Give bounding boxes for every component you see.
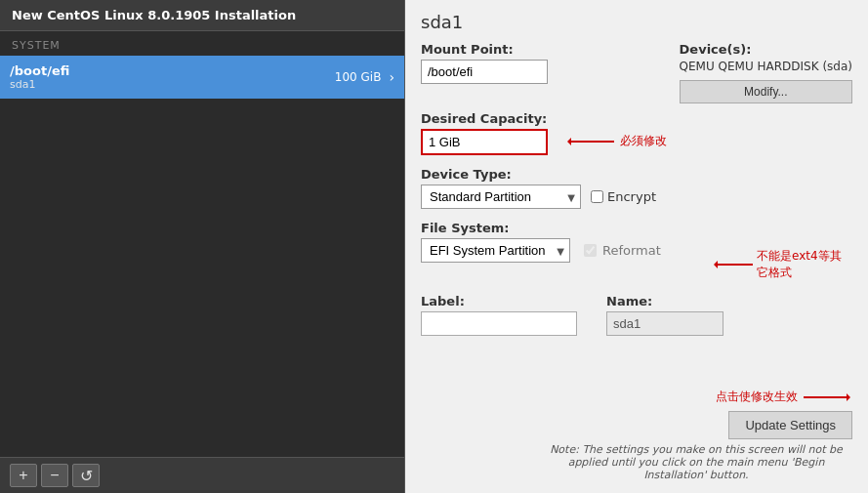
capacity-row-container: Desired Capacity: 必须修改 [421, 111, 852, 155]
svg-marker-5 [847, 393, 850, 401]
filesystem-row-container: File System: EFI System Partition ext4 e… [421, 221, 852, 274]
capacity-input[interactable] [421, 129, 548, 155]
partition-chevron: › [389, 69, 394, 85]
modify-button[interactable]: Modify... [680, 80, 852, 103]
update-settings-button[interactable]: Update Settings [728, 411, 852, 439]
device-type-select[interactable]: Standard Partition LVM LVM Thin Provisio… [421, 185, 581, 209]
bottom-section: 点击使修改生效 Update Settings Note: The settin… [421, 389, 852, 481]
capacity-label: Desired Capacity: [421, 111, 852, 126]
note-text: Note: The settings you make on this scre… [540, 443, 852, 481]
update-annotation-text: 点击使修改生效 [716, 389, 798, 405]
partition-size: 100 GiB [335, 70, 382, 84]
mount-point-input[interactable] [421, 60, 548, 84]
right-title: sda1 [421, 12, 852, 32]
device-type-row: Standard Partition LVM LVM Thin Provisio… [421, 185, 852, 209]
filesystem-select[interactable]: EFI System Partition ext4 ext3 xfs swap [421, 238, 570, 263]
device-type-group: Device Type: Standard Partition LVM LVM … [421, 167, 852, 215]
header-title: New CentOS Linux 8.0.1905 Installation [12, 8, 296, 22]
capacity-group: Desired Capacity: [421, 111, 852, 155]
device-type-label: Device Type: [421, 167, 852, 182]
filesystem-row: EFI System Partition ext4 ext3 xfs swap … [421, 238, 852, 263]
device-type-select-container: Standard Partition LVM LVM Thin Provisio… [421, 185, 581, 209]
name-group: Name: [606, 294, 723, 336]
filesystem-group: File System: EFI System Partition ext4 e… [421, 221, 852, 268]
left-panel: New CentOS Linux 8.0.1905 Installation S… [0, 0, 405, 493]
name-input[interactable] [606, 311, 723, 336]
main-container: New CentOS Linux 8.0.1905 Installation S… [0, 0, 868, 493]
update-arrow [804, 390, 852, 405]
partition-list: SYSTEM /boot/efi sda1 100 GiB › [0, 31, 404, 457]
label-group: Label: [421, 294, 577, 336]
right-panel: sda1 Mount Point: Device(s): QEMU QEMU H… [405, 0, 868, 493]
remove-partition-button[interactable]: − [41, 464, 68, 487]
partition-name: /boot/efi [10, 63, 335, 78]
left-header: New CentOS Linux 8.0.1905 Installation [0, 0, 404, 31]
partition-item-boot-efi[interactable]: /boot/efi sda1 100 GiB › [0, 56, 404, 99]
name-label: Name: [606, 294, 723, 308]
update-annotation-row: 点击使修改生效 [716, 389, 852, 405]
mount-point-group: Mount Point: [421, 42, 548, 84]
add-partition-button[interactable]: + [10, 464, 37, 487]
reformat-row: Reformat [584, 243, 661, 258]
left-toolbar: + − ↺ [0, 457, 404, 493]
label-name-row: Label: Name: [421, 294, 852, 336]
label-label: Label: [421, 294, 577, 308]
partition-disk: sda1 [10, 78, 335, 91]
reformat-text: Reformat [602, 243, 661, 258]
reformat-checkbox[interactable] [584, 244, 597, 257]
refresh-button[interactable]: ↺ [72, 464, 100, 487]
filesystem-select-container: EFI System Partition ext4 ext3 xfs swap … [421, 238, 570, 263]
system-section-label: SYSTEM [0, 31, 404, 56]
encrypt-label[interactable]: Encrypt [591, 189, 656, 204]
label-input[interactable] [421, 311, 577, 336]
mount-device-row: Mount Point: Device(s): QEMU QEMU HARDDI… [421, 42, 852, 103]
device-info: Device(s): QEMU QEMU HARDDISK (sda) Modi… [680, 42, 852, 103]
filesystem-label: File System: [421, 221, 852, 235]
device-label: Device(s): [680, 42, 852, 57]
encrypt-text: Encrypt [607, 189, 656, 204]
mount-point-label: Mount Point: [421, 42, 548, 57]
encrypt-checkbox[interactable] [591, 190, 603, 203]
device-value: QEMU QEMU HARDDISK (sda) [680, 60, 852, 73]
